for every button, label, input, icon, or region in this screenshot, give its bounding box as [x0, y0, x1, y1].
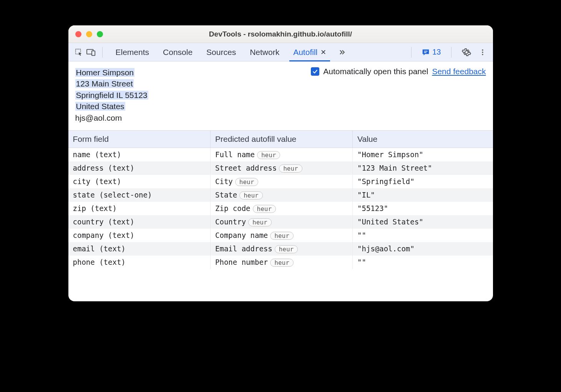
heur-badge: heur: [279, 164, 302, 173]
messages-count: 13: [432, 48, 441, 56]
cell-form-field: city (text): [68, 175, 211, 188]
tab-autofill[interactable]: Autofill✕: [286, 43, 333, 61]
toolbar-right: 13: [407, 47, 487, 58]
table-row[interactable]: company (text)Company nameheur"": [68, 229, 493, 242]
cell-form-field: company (text): [68, 229, 211, 242]
svg-point-5: [482, 49, 483, 50]
panel-top-right: Automatically open this panel Send feedb…: [311, 67, 486, 76]
svg-point-7: [482, 54, 483, 55]
cell-value: "Homer Simpson": [353, 148, 493, 161]
heur-badge: heur: [275, 245, 298, 253]
tab-label: Autofill: [293, 48, 317, 57]
message-icon: [422, 48, 430, 56]
toolbar-separator: [102, 47, 103, 58]
table-row[interactable]: city (text)Cityheur"Springfield": [68, 175, 493, 188]
tab-label: Network: [250, 48, 279, 57]
heur-badge: heur: [253, 205, 276, 213]
inspect-element-icon[interactable]: [74, 47, 84, 57]
table-row[interactable]: country (text)Countryheur"United States": [68, 215, 493, 229]
devtools-window: DevTools - rsolomakhin.github.io/autofil…: [68, 25, 493, 301]
cell-form-field: zip (text): [68, 202, 211, 215]
table-row[interactable]: email (text)Email addressheur"hjs@aol.co…: [68, 242, 493, 256]
cell-value: "123 Main Street": [353, 161, 493, 175]
settings-gear-icon[interactable]: [461, 47, 471, 57]
address-block: Homer Simpson123 Main StreetSpringfield …: [75, 67, 148, 123]
table-header-form-field[interactable]: Form field: [68, 130, 211, 148]
table-header-predicted[interactable]: Predicted autofill value: [211, 130, 353, 148]
window-minimize-button[interactable]: [86, 31, 92, 37]
address-line: Homer Simpson: [75, 67, 148, 78]
cell-form-field: phone (text): [68, 256, 211, 269]
toolbar-separator: [411, 47, 412, 58]
table-row[interactable]: name (text)Full nameheur"Homer Simpson": [68, 148, 493, 161]
svg-rect-4: [424, 52, 427, 53]
svg-rect-2: [91, 51, 95, 55]
svg-rect-3: [424, 51, 428, 51]
heur-badge: heur: [270, 259, 294, 267]
messages-badge[interactable]: 13: [422, 48, 441, 56]
heur-badge: heur: [257, 151, 280, 159]
traffic-lights: [68, 31, 103, 37]
auto-open-checkbox[interactable]: [311, 67, 319, 76]
devtools-toolbar: ElementsConsoleSourcesNetworkAutofill✕ 1…: [68, 43, 493, 61]
cell-form-field: country (text): [68, 215, 211, 229]
heur-badge: heur: [248, 218, 272, 226]
window-close-button[interactable]: [75, 31, 81, 37]
cell-value: "": [353, 229, 493, 242]
cell-predicted: Countryheur: [211, 215, 353, 229]
cell-value: "Springfield": [353, 175, 493, 188]
auto-open-label: Automatically open this panel: [323, 67, 428, 76]
kebab-menu-icon[interactable]: [478, 47, 488, 57]
check-icon: [312, 68, 318, 75]
cell-value: "55123": [353, 202, 493, 215]
more-tabs-icon[interactable]: [337, 47, 347, 57]
tab-network[interactable]: Network: [243, 43, 286, 61]
cell-predicted: Full nameheur: [211, 148, 353, 161]
window-title: DevTools - rsolomakhin.github.io/autofil…: [68, 30, 493, 38]
heur-badge: heur: [235, 178, 259, 186]
cell-value: "": [353, 256, 493, 269]
cell-predicted: Phone numberheur: [211, 256, 353, 269]
table-row[interactable]: state (select-one)Stateheur"IL": [68, 188, 493, 202]
window-maximize-button[interactable]: [97, 31, 103, 37]
table-header-value[interactable]: Value: [353, 130, 493, 148]
tab-sources[interactable]: Sources: [199, 43, 243, 61]
cell-predicted: Company nameheur: [211, 229, 353, 242]
tabs-container: ElementsConsoleSourcesNetworkAutofill✕: [109, 43, 334, 61]
cell-value: "United States": [353, 215, 493, 229]
cell-predicted: Zip codeheur: [211, 202, 353, 215]
cell-value: "hjs@aol.com": [353, 242, 493, 256]
address-line: hjs@aol.com: [75, 112, 148, 123]
cell-form-field: state (select-one): [68, 188, 211, 202]
heur-badge: heur: [239, 191, 263, 199]
tab-console[interactable]: Console: [156, 43, 199, 61]
tab-label: Sources: [206, 48, 236, 57]
cell-value: "IL": [353, 188, 493, 202]
address-line: United States: [75, 101, 148, 112]
cell-form-field: address (text): [68, 161, 211, 175]
address-line: Springfield IL 55123: [75, 90, 148, 101]
cell-predicted: Stateheur: [211, 188, 353, 202]
cell-form-field: email (text): [68, 242, 211, 256]
cell-predicted: Email addressheur: [211, 242, 353, 256]
device-toolbar-icon[interactable]: [86, 47, 96, 57]
autofill-panel-header: Homer Simpson123 Main StreetSpringfield …: [68, 61, 493, 130]
tab-elements[interactable]: Elements: [109, 43, 156, 61]
cell-predicted: Cityheur: [211, 175, 353, 188]
table-row[interactable]: phone (text)Phone numberheur"": [68, 256, 493, 269]
tab-label: Elements: [116, 48, 149, 57]
table-row[interactable]: address (text)Street addressheur"123 Mai…: [68, 161, 493, 175]
close-tab-icon[interactable]: ✕: [320, 48, 326, 56]
tab-label: Console: [163, 48, 193, 57]
titlebar: DevTools - rsolomakhin.github.io/autofil…: [68, 25, 493, 43]
cell-form-field: name (text): [68, 148, 211, 161]
heur-badge: heur: [270, 232, 294, 240]
toolbar-separator: [451, 47, 451, 58]
table-row[interactable]: zip (text)Zip codeheur"55123": [68, 202, 493, 215]
address-line: 123 Main Street: [75, 78, 148, 89]
svg-point-6: [482, 51, 483, 53]
autofill-table: Form field Predicted autofill value Valu…: [68, 130, 493, 269]
send-feedback-link[interactable]: Send feedback: [432, 67, 486, 76]
cell-predicted: Street addressheur: [211, 161, 353, 175]
